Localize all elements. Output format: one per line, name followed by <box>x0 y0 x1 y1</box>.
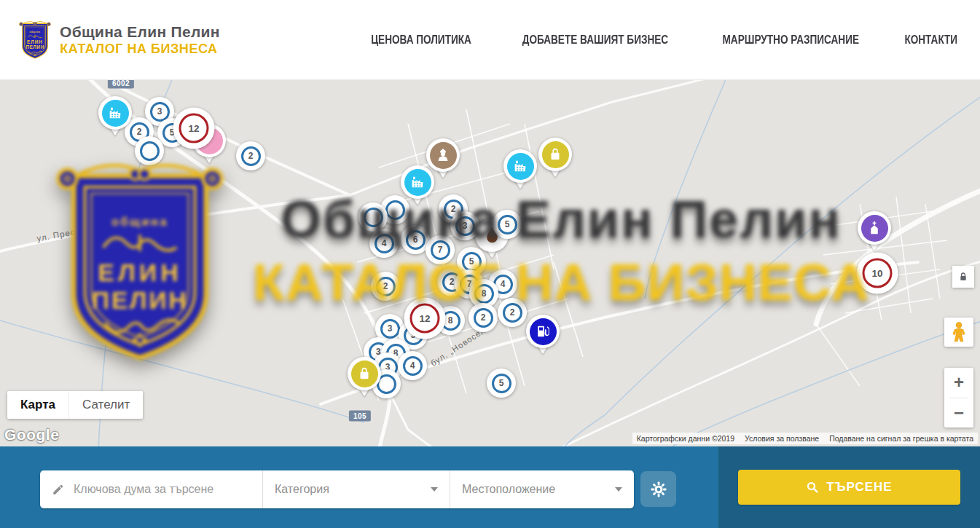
cluster-marker[interactable]: 4 <box>369 229 399 258</box>
pin-head <box>538 138 572 171</box>
cluster-count <box>364 208 383 227</box>
cluster-count: 10 <box>863 259 893 288</box>
cluster-count: 2 <box>474 308 493 328</box>
location-select[interactable]: Местоположение <box>450 470 634 508</box>
chevron-down-icon <box>431 487 438 495</box>
worker-icon <box>430 142 457 169</box>
lock-button[interactable] <box>952 266 974 288</box>
worker-pin[interactable] <box>426 138 460 182</box>
google-logo[interactable]: Google <box>4 426 59 444</box>
cluster-count: 4 <box>375 234 394 253</box>
map-attribution: Картографски данни ©2019 Условия за полз… <box>632 433 978 444</box>
cluster-marker[interactable]: 2 <box>371 272 400 301</box>
cluster-marker[interactable]: 4 <box>398 351 427 380</box>
cluster-marker[interactable]: 5 <box>487 369 516 398</box>
nav-pricing-policy[interactable]: ЦЕНОВА ПОЛИТИКА <box>371 34 471 47</box>
advanced-search-button[interactable] <box>640 471 676 507</box>
cluster-marker[interactable]: 12 <box>173 108 215 149</box>
gear-icon <box>650 481 667 498</box>
factory-icon <box>102 100 129 127</box>
cluster-count: 7 <box>431 240 450 260</box>
cluster-marker[interactable]: 12 <box>404 298 446 339</box>
pencil-icon <box>52 483 65 496</box>
cluster-count: 3 <box>455 216 475 236</box>
road-shield: 6002 <box>108 80 134 89</box>
chevron-down-icon <box>615 487 622 495</box>
bag-pin[interactable] <box>538 138 572 181</box>
google-map[interactable]: 6002105ул. Преславбул. „Новосел 32512223… <box>0 80 980 446</box>
zoom-control: + − <box>944 368 973 427</box>
fuel-pin[interactable] <box>526 315 560 358</box>
cluster-count <box>140 141 160 161</box>
attribution-report-error-link[interactable]: Подаване на сигнал за грешка в картата <box>829 434 973 443</box>
nav-add-your-business[interactable]: ДОБАВЕТЕ ВАШИЯТ БИЗНЕС <box>522 34 668 47</box>
cluster-count: 8 <box>474 284 494 304</box>
cluster-count: 5 <box>462 252 482 272</box>
site-subtitle: КАТАЛОГ НА БИЗНЕСА <box>60 41 217 57</box>
cluster-count: 3 <box>380 319 400 339</box>
zoom-out-button[interactable]: − <box>944 398 973 428</box>
keyword-search-input[interactable] <box>72 482 251 497</box>
cluster-marker[interactable]: 3 <box>450 211 479 240</box>
church-pin[interactable] <box>858 211 891 255</box>
bag-icon <box>542 141 569 168</box>
search-bar-right-panel: ТЪРСЕНЕ <box>718 446 980 528</box>
pin-head <box>503 149 537 183</box>
road-shield: 105 <box>349 411 371 422</box>
cluster-marker[interactable] <box>358 202 388 232</box>
street-view-pegman[interactable] <box>944 318 973 347</box>
cluster-marker[interactable]: 2 <box>498 298 527 327</box>
brand-logo[interactable]: Община Елин Пелин КАТАЛОГ НА БИЗНЕСА <box>17 19 224 61</box>
cluster-marker[interactable]: 2 <box>236 141 265 170</box>
nav-contacts[interactable]: КОНТАКТИ <box>905 34 958 47</box>
bag-icon <box>351 360 378 387</box>
church-icon <box>861 215 888 242</box>
category-select-value: Категория <box>275 483 329 496</box>
cluster-marker[interactable]: 5 <box>493 210 522 239</box>
municipality-crest-icon <box>17 19 52 61</box>
category-select[interactable]: Категория <box>262 470 450 508</box>
cluster-count: 6 <box>406 230 426 250</box>
pin-head <box>858 211 891 245</box>
cluster-marker[interactable]: 2 <box>469 303 498 332</box>
cluster-count: 12 <box>179 114 209 143</box>
cluster-count: 2 <box>241 146 261 166</box>
site-title: Община Елин Пелин <box>60 23 224 41</box>
cluster-count: 5 <box>498 215 517 235</box>
factory-pin[interactable] <box>98 96 132 140</box>
lock-icon <box>957 271 969 283</box>
factory-pin[interactable] <box>503 149 537 193</box>
zoom-in-button[interactable]: + <box>944 368 973 398</box>
pin-head <box>426 138 460 172</box>
search-button-label: ТЪРСЕНЕ <box>826 480 892 494</box>
search-bar: ТЪРСЕНЕ Категория Местоположение <box>0 446 980 528</box>
cluster-count: 4 <box>403 356 423 376</box>
bag-pin[interactable] <box>348 357 381 401</box>
fuel-icon <box>530 318 557 345</box>
attribution-terms-link[interactable]: Условия за ползване <box>745 434 819 443</box>
cluster-count: 12 <box>410 304 440 334</box>
header: Община Елин Пелин КАТАЛОГ НА БИЗНЕСА ЦЕН… <box>0 0 980 80</box>
main-nav: ЦЕНОВА ПОЛИТИКА ДОБАВЕТЕ ВАШИЯТ БИЗНЕС М… <box>362 34 963 47</box>
pin-head <box>348 357 381 390</box>
pin-head <box>98 96 132 130</box>
search-button[interactable]: ТЪРСЕНЕ <box>738 470 960 505</box>
nav-route-schedule[interactable]: МАРШРУТНО РАЗПИСАНИЕ <box>722 34 858 47</box>
cluster-count: 2 <box>503 303 522 323</box>
pin-head <box>526 315 560 348</box>
factory-icon <box>507 153 534 180</box>
map-type-map-button[interactable]: Карта <box>7 391 68 419</box>
cluster-count: 2 <box>376 277 396 296</box>
cluster-marker[interactable]: 10 <box>857 253 898 294</box>
search-fields: Категория Местоположение <box>40 470 634 508</box>
location-select-value: Местоположение <box>462 483 555 496</box>
pegman-icon <box>949 321 968 343</box>
cluster-count: 5 <box>492 374 511 393</box>
cluster-marker[interactable]: 7 <box>426 235 455 264</box>
map-type-control: Карта Сателит <box>7 391 143 419</box>
keyword-field <box>40 470 262 508</box>
attribution-map-data: Картографски данни ©2019 <box>637 434 734 443</box>
search-icon <box>806 481 819 494</box>
map-type-satellite-button[interactable]: Сателит <box>68 391 143 419</box>
cluster-marker[interactable] <box>135 136 164 165</box>
